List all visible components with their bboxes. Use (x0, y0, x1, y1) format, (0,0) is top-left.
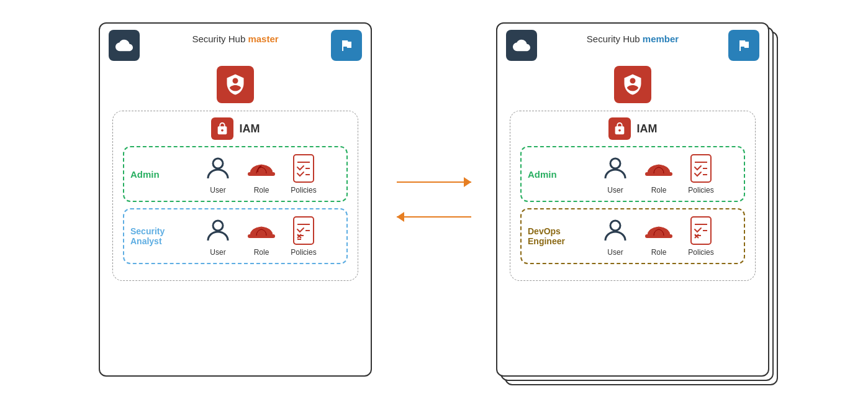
master-card-header: Security Hub master (100, 24, 371, 61)
member-iam-container: IAM Admin User (510, 111, 756, 281)
right-arrow (397, 176, 471, 188)
master-admin-section: Admin User (123, 146, 348, 202)
member-admin-section: Admin User (520, 146, 745, 202)
master-admin-user: User (203, 154, 233, 195)
master-security-hub-icon (217, 66, 254, 103)
master-iam-icon (211, 117, 233, 140)
member-devops-policies: Policies (687, 216, 715, 257)
member-hub-card-stacked: Security Hub member (496, 22, 769, 377)
master-analyst-user: User (203, 216, 233, 257)
svg-point-21 (610, 221, 620, 231)
main-container: Security Hub master IAM (86, 10, 782, 389)
member-iam-icon (608, 117, 631, 140)
cloud-icon-member (506, 30, 537, 61)
svg-point-6 (213, 221, 223, 231)
member-admin-items: User Role (577, 154, 738, 195)
member-title: Security Hub member (587, 34, 679, 44)
master-admin-policies: Policies (290, 154, 317, 195)
svg-point-15 (610, 158, 620, 168)
member-card-header: Security Hub member (497, 24, 768, 61)
master-iam-label: IAM (240, 122, 260, 135)
master-admin-label: Admin (130, 169, 180, 180)
master-iam-container: IAM Admin User (112, 111, 358, 281)
master-hub-icon-wrapper (100, 66, 371, 103)
svg-rect-8 (294, 217, 314, 244)
master-analyst-role: Role (245, 216, 278, 257)
master-iam-header: IAM (123, 117, 348, 140)
master-analyst-label: SecurityAnalyst (130, 226, 180, 246)
flag-icon-master (331, 30, 362, 61)
svg-rect-2 (294, 155, 314, 182)
master-admin-role: Role (245, 154, 278, 195)
master-analyst-section: SecurityAnalyst User (123, 208, 348, 264)
master-title: Security Hub master (192, 34, 278, 44)
master-analyst-policies: Policies (290, 216, 317, 257)
member-devops-items: User Role (577, 216, 738, 257)
member-admin-role: Role (643, 154, 675, 195)
member-admin-label: Admin (528, 169, 577, 180)
member-hub-card: Security Hub member (496, 22, 769, 377)
arrow-connector (397, 176, 471, 223)
member-devops-role: Role (643, 216, 675, 257)
member-devops-user: User (600, 216, 630, 257)
svg-rect-17 (691, 155, 711, 182)
member-admin-policies: Policies (687, 154, 715, 195)
left-arrow (397, 211, 471, 223)
svg-rect-23 (691, 217, 711, 244)
member-iam-label: IAM (637, 122, 658, 135)
master-admin-items: User Role (180, 154, 340, 195)
flag-icon-member (728, 30, 759, 61)
master-analyst-items: User Role (180, 216, 340, 257)
member-devops-label: DevOpsEngineer (528, 226, 577, 246)
cloud-icon-master (109, 30, 140, 61)
member-admin-user: User (600, 154, 630, 195)
member-security-hub-icon (614, 66, 651, 103)
svg-point-0 (213, 158, 223, 168)
member-devops-section: DevOpsEngineer User (520, 208, 745, 264)
master-hub-card: Security Hub master IAM (99, 22, 372, 377)
member-hub-icon-wrapper (497, 66, 768, 103)
member-iam-header: IAM (520, 117, 745, 140)
